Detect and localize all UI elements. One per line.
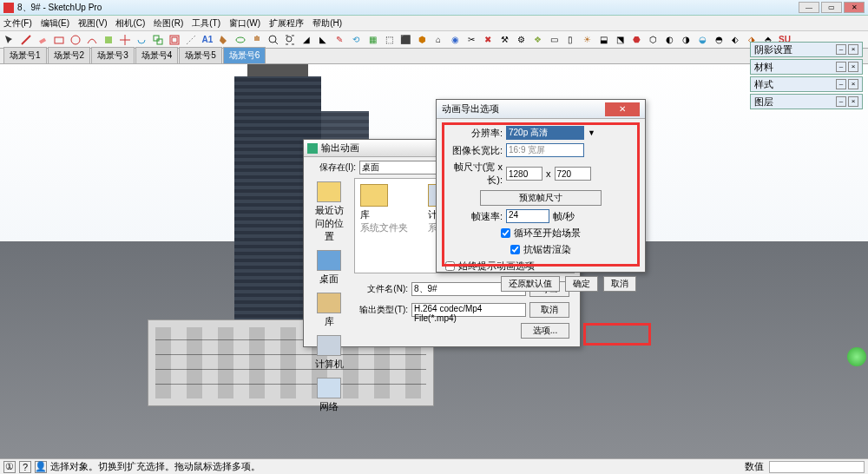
move-icon[interactable] (117, 32, 133, 48)
rect-icon[interactable] (51, 32, 67, 48)
tool-icon[interactable]: ⬣ (628, 32, 644, 48)
tool-icon[interactable]: ⬚ (381, 32, 397, 48)
options-titlebar[interactable]: 动画导出选项✕ (437, 100, 645, 119)
menu-view[interactable]: 视图(V) (78, 17, 107, 30)
menu-draw[interactable]: 绘图(R) (154, 17, 183, 30)
tool-icon[interactable]: ◒ (694, 32, 710, 48)
menu-camera[interactable]: 相机(C) (115, 17, 145, 30)
info-icon[interactable]: ① (3, 461, 16, 473)
pan-icon[interactable] (249, 32, 265, 48)
tool-icon[interactable]: ⬛ (398, 32, 413, 48)
geo-icon[interactable]: 👤 (35, 461, 47, 473)
maximize-button[interactable]: ▭ (821, 2, 842, 13)
tool-icon[interactable]: ⌂ (431, 32, 446, 48)
tool-icon[interactable]: ⚒ (496, 32, 512, 48)
menu-tools[interactable]: 工具(T) (192, 17, 220, 30)
place-computer[interactable]: 计算机 (312, 335, 346, 371)
tray-panels: 阴影设置–× 材料–× 样式–× 图层–× (750, 42, 863, 111)
options-close-button[interactable]: ✕ (605, 102, 640, 116)
tool-icon[interactable]: ⟲ (348, 32, 364, 48)
tool-icon[interactable]: ⚙ (513, 32, 529, 48)
ok-button[interactable]: 确定 (565, 276, 598, 292)
place-network[interactable]: 网络 (312, 378, 346, 413)
menu-extensions[interactable]: 扩展程序 (269, 17, 304, 30)
panel-close-icon[interactable]: × (848, 44, 858, 55)
tool-icon[interactable]: ⬔ (612, 32, 628, 48)
tool-icon[interactable]: ◣ (315, 32, 331, 48)
file-item[interactable]: 库系统文件夹 (360, 184, 412, 267)
panel-min-icon[interactable]: – (836, 44, 846, 55)
toolbar: A1 ◢ ◣ ✎ ⟲ ▦ ⬚ ⬛ ⬢ ⌂ ◉ ✂ ✖ ⚒ ⚙ ❖ ▭ ▯ ☀ ⬓… (0, 31, 868, 49)
tool-icon[interactable]: ✂ (464, 32, 479, 48)
place-desktop[interactable]: 桌面 (312, 250, 346, 286)
cancel-button[interactable]: 取消 (529, 302, 569, 318)
svg-point-8 (236, 37, 245, 43)
zoom-extents-icon[interactable] (282, 32, 298, 48)
tool-icon[interactable]: ▦ (365, 32, 380, 48)
rotate-icon[interactable] (134, 32, 149, 48)
panel-materials[interactable]: 材料–× (750, 59, 863, 75)
text-icon[interactable]: A1 (200, 32, 215, 48)
tool-icon[interactable]: ✎ (332, 32, 347, 48)
place-recent[interactable]: 最近访问的位置 (312, 181, 346, 243)
tool-icon[interactable]: ❖ (529, 32, 545, 48)
orbit-icon[interactable] (233, 32, 248, 48)
tool-icon[interactable]: ⬓ (595, 32, 611, 48)
panel-close-icon[interactable]: × (848, 96, 858, 107)
line-icon[interactable] (18, 32, 34, 48)
tool-icon[interactable]: ☀ (579, 32, 595, 48)
minimize-button[interactable]: — (799, 2, 819, 13)
eraser-icon[interactable] (35, 32, 50, 48)
menu-help[interactable]: 帮助(H) (312, 17, 342, 30)
tape-icon[interactable] (183, 32, 199, 48)
zoom-icon[interactable] (266, 32, 281, 48)
panel-min-icon[interactable]: – (836, 96, 846, 107)
tab-scene-active[interactable]: 场景号6 (223, 47, 266, 63)
tab-scene[interactable]: 场景号4 (135, 47, 179, 63)
panel-styles[interactable]: 样式–× (750, 76, 863, 92)
arc-icon[interactable] (84, 32, 100, 48)
tool-icon[interactable]: ▯ (562, 32, 578, 48)
tool-icon[interactable]: ▭ (546, 32, 562, 48)
circle-icon[interactable] (68, 32, 83, 48)
offset-icon[interactable] (167, 32, 182, 48)
export-options-dialog: 动画导出选项✕ 分辨率:720p 高清▼ 图像长宽比:16:9 宽屏 帧尺寸(宽… (436, 99, 646, 273)
panel-close-icon[interactable]: × (848, 79, 858, 89)
tool-icon[interactable]: ⬢ (414, 32, 430, 48)
menu-window[interactable]: 窗口(W) (229, 17, 260, 30)
assist-icon[interactable] (847, 347, 866, 366)
panel-layers[interactable]: 图层–× (750, 94, 863, 109)
dialog-icon (307, 143, 318, 154)
panel-min-icon[interactable]: – (836, 62, 846, 72)
filetype-select[interactable]: H.264 codec/Mp4 File(*.mp4) (411, 303, 526, 317)
panel-close-icon[interactable]: × (848, 62, 858, 72)
tool-icon[interactable]: ⬖ (727, 32, 743, 48)
tool-icon[interactable]: ⬡ (645, 32, 661, 48)
tool-icon[interactable]: ◓ (711, 32, 727, 48)
cancel-button[interactable]: 取消 (603, 276, 636, 292)
vcb-input[interactable] (769, 461, 865, 473)
tool-icon[interactable]: ◢ (299, 32, 314, 48)
menu-file[interactable]: 文件(F) (3, 17, 32, 30)
tab-scene[interactable]: 场景号2 (48, 47, 91, 63)
place-libs[interactable]: 库 (312, 293, 346, 328)
restore-button[interactable]: 还原默认值 (501, 276, 560, 292)
paint-icon[interactable] (216, 32, 232, 48)
tool-icon[interactable]: ◉ (447, 32, 463, 48)
tab-scene[interactable]: 场景号1 (3, 47, 47, 63)
tool-icon[interactable]: ✖ (480, 32, 496, 48)
tool-icon[interactable]: ◐ (661, 32, 677, 48)
tab-scene[interactable]: 场景号5 (179, 47, 222, 63)
svg-point-10 (286, 36, 292, 42)
select-icon[interactable] (2, 32, 17, 48)
close-button[interactable]: ✕ (844, 2, 865, 13)
menu-edit[interactable]: 编辑(E) (41, 17, 69, 30)
scale-icon[interactable] (150, 32, 166, 48)
panel-shadow[interactable]: 阴影设置–× (750, 42, 863, 57)
push-icon[interactable] (101, 32, 116, 48)
help-icon[interactable]: ? (19, 461, 31, 473)
panel-min-icon[interactable]: – (836, 79, 846, 89)
tab-scene[interactable]: 场景号3 (91, 47, 135, 63)
tool-icon[interactable]: ◑ (678, 32, 694, 48)
options-button[interactable]: 选项... (521, 323, 569, 339)
